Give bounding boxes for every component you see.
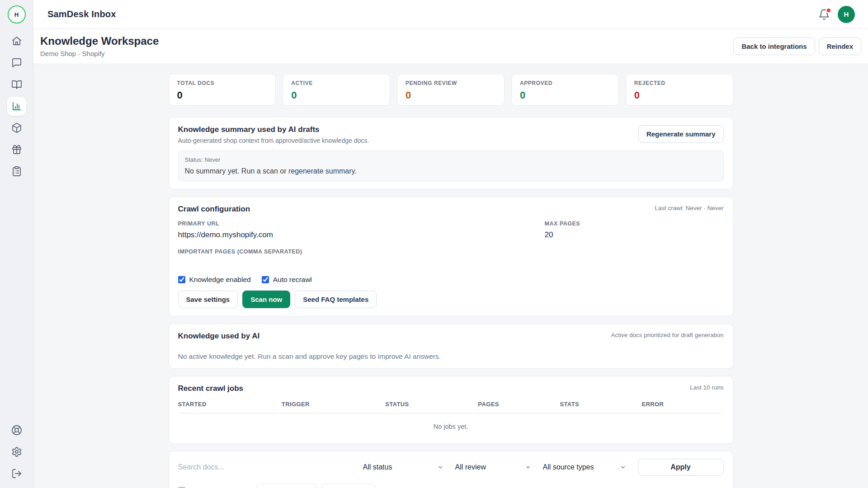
auto-recrawl-checkbox[interactable] [262,276,269,283]
source-type-filter-value: All source types [543,463,594,471]
knowledge-enabled-checkbox-group[interactable]: Knowledge enabled [178,276,251,284]
stats-row: TOTAL DOCS 0 ACTIVE 0 PENDING REVIEW 0 A… [169,74,733,106]
knowledge-enabled-checkbox[interactable] [178,276,185,283]
reindex-button[interactable]: Reindex [819,38,861,55]
sidebar-item-conversations[interactable] [7,53,27,73]
summary-status-box: Status: Never No summary yet. Run a scan… [178,150,724,181]
sidebar-item-logout[interactable] [7,464,27,483]
status-filter-select[interactable]: All status [363,463,443,471]
topbar: SamDesk Inbox H [33,0,868,29]
stat-label: PENDING REVIEW [406,80,496,86]
sidebar-item-settings[interactable] [7,442,27,462]
sidebar-item-analytics[interactable] [7,96,27,116]
last-crawl-note: Last crawl: Never · Never [655,205,723,211]
jobs-table-header: STARTED TRIGGER STATUS PAGES STATS ERROR [178,401,724,413]
jobs-card-title: Recent crawl jobs [178,384,244,393]
sidebar-item-home[interactable] [7,31,27,51]
column-header-started: STARTED [178,401,282,408]
approve-selected-button[interactable]: Approve selected [256,483,317,488]
stat-label: ACTIVE [291,80,382,86]
gift-icon [11,144,22,155]
notifications-button[interactable] [818,9,830,20]
sidebar-nav [7,31,27,181]
jobs-empty-text: No jobs yet. [178,413,724,436]
stat-card-active: ACTIVE 0 [283,74,390,106]
stat-label: REJECTED [634,80,725,86]
sidebar-item-help[interactable] [7,420,27,440]
important-pages-input[interactable] [178,258,534,268]
primary-url-label: PRIMARY URL [178,221,534,227]
settings-icon [11,446,22,457]
column-header-status: STATUS [385,401,478,408]
primary-url-input[interactable] [178,230,534,240]
knowledge-used-empty-text: No active knowledge yet. Run a scan and … [178,352,724,361]
docs-filter-card: All status All review All source types A… [169,451,733,488]
knowledge-used-title: Knowledge used by AI [178,332,260,341]
knowledge-summary-card: Knowledge summary used by AI drafts Auto… [169,117,733,189]
seed-faq-templates-button[interactable]: Seed FAQ templates [295,291,377,308]
stat-value: 0 [634,89,725,101]
crawl-configuration-card: Crawl configuration Last crawl: Never · … [169,197,733,316]
knowledge-enabled-label: Knowledge enabled [189,276,251,284]
stat-card-approved: APPROVED 0 [511,74,619,106]
review-filter-select[interactable]: All review [455,463,531,471]
page-subtitle: Demo Shop · Shopify [40,50,159,57]
regenerate-summary-button[interactable]: Regenerate summary [638,125,724,143]
user-avatar[interactable]: H [838,6,855,23]
stat-value: 0 [406,89,496,101]
status-filter-value: All status [363,463,392,471]
chevron-down-icon [525,464,531,470]
sidebar-bottom [7,420,27,483]
app-title: SamDesk Inbox [47,9,116,19]
chevron-down-icon [437,464,443,470]
home-icon [11,36,22,47]
help-icon [11,425,22,436]
sidebar: H [0,0,33,488]
save-settings-button[interactable]: Save settings [178,291,238,308]
back-to-integrations-button[interactable]: Back to integrations [733,38,815,55]
clipboard-list-icon [11,166,22,177]
column-header-error: ERROR [642,401,723,408]
notification-dot [826,8,831,13]
stat-value: 0 [177,89,268,101]
main-content: TOTAL DOCS 0 ACTIVE 0 PENDING REVIEW 0 A… [33,64,868,488]
select-all-label: Select all [189,487,218,488]
column-header-trigger: TRIGGER [282,401,385,408]
summary-status-text: No summary yet. Run a scan or regenerate… [185,167,717,175]
workspace-logo: H [8,5,26,23]
select-all-checkbox-group[interactable]: Select all [178,487,218,488]
knowledge-used-card: Knowledge used by AI Active docs priorit… [169,324,733,369]
important-pages-label: IMPORTANT PAGES (COMMA SEPARATED) [178,249,534,255]
stat-label: APPROVED [520,80,610,86]
chevron-down-icon [620,464,626,470]
max-pages-label: MAX PAGES [545,221,724,227]
page-title: Knowledge Workspace [40,35,159,47]
sidebar-item-products[interactable] [7,118,27,138]
stat-card-total-docs: TOTAL DOCS 0 [169,74,276,106]
crawl-card-title: Crawl configuration [178,205,250,214]
apply-filters-button[interactable]: Apply [638,459,724,476]
summary-card-title: Knowledge summary used by AI drafts [178,125,369,134]
stat-label: TOTAL DOCS [177,80,268,86]
reject-selected-button[interactable]: Reject selected [321,483,376,488]
sidebar-item-tasks[interactable] [7,161,27,181]
app-root: H [0,0,868,488]
column-header-stats: STATS [560,401,642,408]
search-input[interactable] [178,459,351,475]
review-filter-value: All review [455,463,486,471]
jobs-table: STARTED TRIGGER STATUS PAGES STATS ERROR… [178,401,724,436]
scan-now-button[interactable]: Scan now [242,291,290,308]
stat-card-rejected: REJECTED 0 [626,74,733,106]
book-open-icon [11,79,22,90]
stat-value: 0 [520,89,610,101]
auto-recrawl-checkbox-group[interactable]: Auto recrawl [262,276,312,284]
source-type-filter-select[interactable]: All source types [543,463,626,471]
sidebar-item-knowledge[interactable] [7,75,27,94]
auto-recrawl-label: Auto recrawl [273,276,312,284]
jobs-card-note: Last 10 runs [690,384,723,391]
logout-icon [11,468,22,479]
max-pages-input[interactable] [545,230,724,240]
knowledge-used-note: Active docs prioritized for draft genera… [611,332,723,338]
sidebar-item-rewards[interactable] [7,140,27,160]
package-icon [11,122,22,133]
